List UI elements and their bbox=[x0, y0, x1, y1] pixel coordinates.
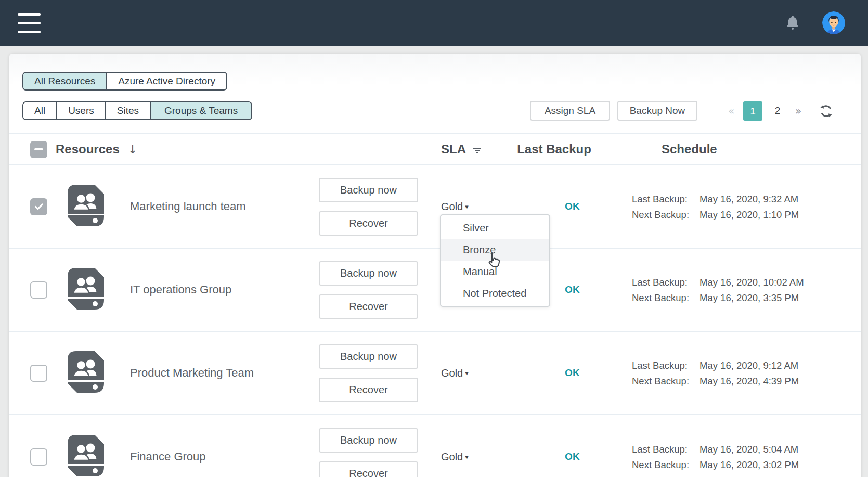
group-icon bbox=[68, 268, 104, 310]
pagination: « 1 2 » bbox=[722, 101, 807, 121]
group-icon bbox=[68, 351, 104, 393]
content-card: All Resources Azure Active Directory All… bbox=[9, 54, 861, 477]
recover-button[interactable]: Recover bbox=[319, 461, 418, 477]
dropdown-caret-icon: ▾ bbox=[465, 203, 469, 211]
recover-button[interactable]: Recover bbox=[319, 378, 418, 402]
dropdown-caret-icon: ▾ bbox=[465, 369, 469, 377]
resource-name: Product Marketing Team bbox=[130, 366, 319, 380]
status-badge: OK bbox=[565, 451, 580, 462]
row-checkbox[interactable] bbox=[30, 198, 47, 215]
pagination-page-1[interactable]: 1 bbox=[743, 101, 762, 121]
sla-filter-icon[interactable] bbox=[473, 147, 482, 154]
column-last-backup: Last Backup bbox=[517, 142, 591, 157]
menu-item-manual[interactable]: Manual bbox=[441, 261, 549, 282]
menu-item-bronze[interactable]: Bronze bbox=[441, 239, 549, 261]
pagination-page-2[interactable]: 2 bbox=[769, 105, 786, 117]
user-avatar[interactable] bbox=[822, 11, 845, 34]
pagination-prev-icon[interactable]: « bbox=[722, 105, 740, 117]
group-icon bbox=[68, 435, 104, 476]
schedule-cell: Last Backup:May 16, 2020, 9:32 AM Next B… bbox=[632, 194, 840, 220]
toolbar-row: All Users Sites Groups & Teams Assign SL… bbox=[22, 101, 834, 121]
table-row: IT operations Group Backup now Recover G… bbox=[9, 249, 861, 332]
row-checkbox[interactable] bbox=[30, 281, 47, 299]
schedule-cell: Last Backup:May 16, 2020, 9:12 AM Next B… bbox=[632, 360, 840, 386]
select-all-checkbox[interactable] bbox=[30, 141, 47, 158]
backup-now-button[interactable]: Backup now bbox=[319, 344, 418, 369]
tab-groups-teams[interactable]: Groups & Teams bbox=[150, 102, 251, 119]
notifications-bell-icon[interactable] bbox=[785, 14, 800, 32]
refresh-icon[interactable] bbox=[819, 104, 834, 119]
pagination-next-icon[interactable]: » bbox=[789, 105, 807, 117]
table-header: Resources ↓ SLA Last Backup Schedule bbox=[9, 133, 861, 165]
sort-desc-icon[interactable]: ↓ bbox=[128, 143, 137, 156]
tab-sites[interactable]: Sites bbox=[105, 102, 150, 119]
menu-item-not-protected[interactable]: Not Protected bbox=[441, 282, 549, 304]
tab-all-resources[interactable]: All Resources bbox=[23, 73, 106, 89]
row-checkbox[interactable] bbox=[30, 448, 47, 466]
category-tabs: All Users Sites Groups & Teams bbox=[22, 101, 252, 120]
sla-dropdown-menu: Silver Bronze Manual Not Protected bbox=[440, 214, 550, 307]
resource-type-tabs: All Resources Azure Active Directory bbox=[22, 72, 227, 91]
menu-icon[interactable] bbox=[18, 13, 41, 33]
table-row: Marketing launch team Backup now Recover… bbox=[9, 165, 861, 249]
backup-now-button[interactable]: Backup now bbox=[319, 261, 418, 286]
top-navigation-bar bbox=[0, 0, 868, 46]
backup-now-button[interactable]: Backup now bbox=[319, 428, 418, 453]
backup-now-toolbar-button[interactable]: Backup Now bbox=[617, 101, 697, 121]
status-badge: OK bbox=[565, 201, 580, 212]
resources-table: Resources ↓ SLA Last Backup Schedule bbox=[9, 133, 861, 477]
sla-dropdown-trigger[interactable]: Gold▾ bbox=[441, 201, 469, 213]
sla-dropdown-trigger[interactable]: Gold▾ bbox=[441, 367, 469, 379]
schedule-cell: Last Backup:May 16, 2020, 5:04 AM Next B… bbox=[632, 444, 840, 470]
schedule-cell: Last Backup:May 16, 2020, 10:02 AM Next … bbox=[632, 277, 840, 303]
resource-name: IT operations Group bbox=[130, 283, 319, 296]
backup-now-button[interactable]: Backup now bbox=[319, 178, 418, 202]
row-checkbox[interactable] bbox=[30, 365, 47, 382]
table-row: Finance Group Backup now Recover Gold▾ O… bbox=[9, 415, 861, 477]
resource-name: Marketing launch team bbox=[130, 200, 319, 213]
recover-button[interactable]: Recover bbox=[319, 294, 418, 319]
menu-item-silver[interactable]: Silver bbox=[441, 217, 549, 239]
status-badge: OK bbox=[565, 284, 580, 295]
column-schedule: Schedule bbox=[662, 142, 717, 157]
assign-sla-button[interactable]: Assign SLA bbox=[530, 101, 610, 121]
column-sla: SLA bbox=[441, 142, 524, 157]
tab-all[interactable]: All bbox=[23, 102, 56, 119]
recover-button[interactable]: Recover bbox=[319, 211, 418, 236]
status-badge: OK bbox=[565, 367, 580, 379]
group-icon bbox=[68, 185, 104, 226]
column-resources: Resources ↓ bbox=[56, 142, 441, 157]
resource-name: Finance Group bbox=[130, 450, 319, 463]
sla-dropdown-trigger[interactable]: Gold▾ bbox=[441, 451, 469, 463]
table-row: Product Marketing Team Backup now Recove… bbox=[9, 332, 861, 415]
tab-azure-active-directory[interactable]: Azure Active Directory bbox=[106, 73, 226, 89]
tab-users[interactable]: Users bbox=[56, 102, 105, 119]
dropdown-caret-icon: ▾ bbox=[465, 453, 469, 461]
